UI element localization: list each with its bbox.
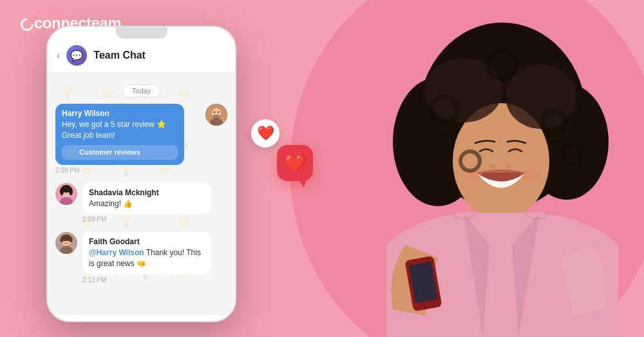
svg-point-20 xyxy=(61,237,64,242)
avatar-faith xyxy=(55,232,77,254)
svg-point-12 xyxy=(60,188,64,195)
logo-c-icon xyxy=(18,15,36,34)
date-divider: Today xyxy=(55,84,227,96)
mention-harry: @Harry Wilson xyxy=(89,248,144,257)
svg-point-3 xyxy=(214,111,215,113)
date-divider-label: Today xyxy=(122,84,160,97)
chat-header-avatar: 💬 xyxy=(66,45,87,66)
msg-bubble-harry: Harry Wilson Hey, we got a 5 star review… xyxy=(55,104,184,165)
msg-time-shadavia: 2:09 PM xyxy=(82,216,227,223)
msg-content-shadavia: Shadavia Mcknight Amazing! 👍 2:09 PM xyxy=(82,183,227,224)
heart-icon-large: ❤️ xyxy=(284,153,307,174)
chat-body: 💡 ⭐ 💡 ⭐ ⭐ 💡 ⭐ 💡 ⭐ 💡 ⭐ ⭐ 💡 ⭐ 💡 ⭐ 💡 ⭐ 💡 ⭐ … xyxy=(48,73,235,315)
svg-point-30 xyxy=(520,168,539,180)
msg-sender-shadavia: Shadavia Mcknight xyxy=(89,188,205,197)
svg-point-13 xyxy=(69,188,73,195)
back-button[interactable]: ‹ xyxy=(57,50,60,61)
msg-text-harry: Hey, we got a 5 star review ⭐ Great job … xyxy=(62,119,178,141)
woman-svg xyxy=(283,0,644,337)
phone-notch xyxy=(116,27,167,39)
message-shadavia: Shadavia Mcknight Amazing! 👍 2:09 PM xyxy=(55,183,227,224)
msg-bubble-shadavia: Shadavia Mcknight Amazing! 👍 xyxy=(82,183,211,215)
woman-photo xyxy=(283,0,644,337)
chat-header-title: Team Chat xyxy=(93,50,146,61)
msg-sender-harry: Harry Wilson xyxy=(62,109,178,118)
msg-time-faith: 2:13 PM xyxy=(82,276,227,284)
chat-header: ‹ 💬 Team Chat xyxy=(48,39,235,73)
svg-point-21 xyxy=(70,237,73,242)
message-harry: Harry Wilson Hey, we got a 5 star review… xyxy=(55,104,227,174)
msg-content-faith: Faith Goodart @Harry Wilson Thank you! T… xyxy=(82,232,227,284)
heart-icon-small: ❤️ xyxy=(257,125,274,142)
msg-time-harry: 2:08 PM xyxy=(55,167,200,174)
link-pill-harry[interactable]: 🔗 Customer reviews xyxy=(62,145,178,160)
svg-point-27 xyxy=(489,164,496,168)
message-faith: Faith Goodart @Harry Wilson Thank you! T… xyxy=(55,232,227,284)
svg-point-4 xyxy=(218,111,219,113)
msg-content-harry: Harry Wilson Hey, we got a 5 star review… xyxy=(55,104,200,174)
svg-point-5 xyxy=(213,115,220,119)
msg-bubble-faith: Faith Goodart @Harry Wilson Thank you! T… xyxy=(82,232,211,274)
msg-text-faith: @Harry Wilson Thank you! This is great n… xyxy=(89,247,205,269)
link-icon: 🔗 xyxy=(67,148,76,157)
avatar-shadavia xyxy=(55,183,77,205)
msg-text-shadavia: Amazing! 👍 xyxy=(89,198,205,209)
avatar-harry xyxy=(205,104,227,126)
heart-bubble-large: ❤️ xyxy=(277,145,313,181)
msg-sender-faith: Faith Goodart xyxy=(89,237,205,246)
phone-mockup: ‹ 💬 Team Chat 💡 ⭐ 💡 ⭐ ⭐ 💡 ⭐ 💡 ⭐ 💡 ⭐ ⭐ 💡 … xyxy=(46,26,236,322)
svg-point-28 xyxy=(506,164,512,168)
link-text-harry: Customer reviews xyxy=(79,148,140,156)
heart-bubble-small: ❤️ xyxy=(251,119,279,148)
